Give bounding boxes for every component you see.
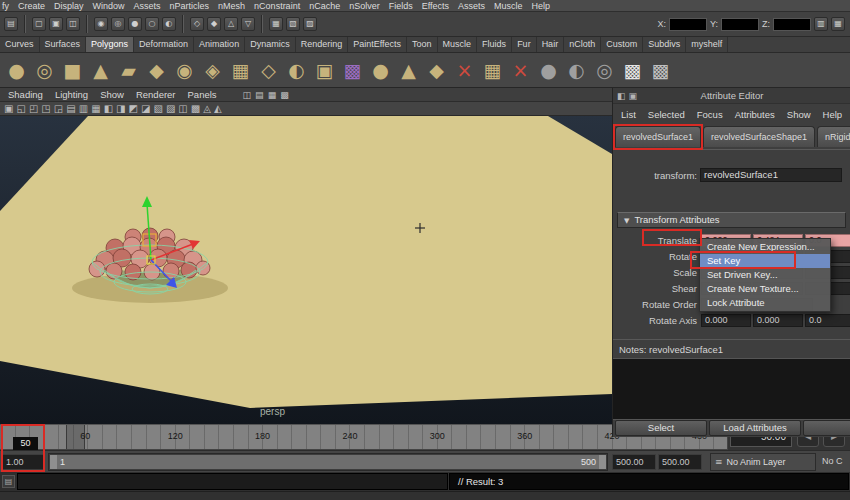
context-menu-set-key[interactable]: Set Key [700, 254, 830, 268]
viewport-toolbar-icon[interactable]: ◬ [203, 103, 211, 114]
menu-fields[interactable]: Fields [389, 1, 413, 11]
menu-create[interactable]: Create [18, 1, 45, 11]
ae-title-icon[interactable]: ▣ [629, 90, 638, 102]
shelf-cone-icon[interactable]: ▲ [87, 55, 114, 85]
viewport-toolbar-icon[interactable]: ▥ [79, 103, 88, 114]
shelf-platonic-icon[interactable]: ◈ [199, 55, 226, 85]
shelf-tab-deformation[interactable]: Deformation [134, 37, 194, 52]
shelf-soccer-icon[interactable]: ● [367, 55, 394, 85]
viewport-toolbar-icon[interactable]: ▩ [191, 103, 200, 114]
shelf-uv-checker-icon[interactable]: ▩ [619, 55, 646, 85]
context-menu-lock-attribute[interactable]: Lock Attribute [700, 296, 830, 310]
ae-menu-list[interactable]: List [621, 109, 636, 120]
menu-window[interactable]: Window [93, 1, 125, 11]
range-slider-handle[interactable]: 1 500 [50, 455, 606, 469]
panel-layout-icon[interactable]: ▦ [268, 90, 277, 100]
shelf-tab-subdivs[interactable]: Subdivs [643, 37, 686, 52]
shelf-average-icon[interactable]: ◐ [563, 55, 590, 85]
shelf-helix-icon[interactable]: ◇ [255, 55, 282, 85]
viewport-toolbar-icon[interactable]: ◳ [41, 103, 50, 114]
menu-nparticles[interactable]: nParticles [170, 1, 210, 11]
status-icon[interactable]: ◇ [190, 17, 204, 31]
status-icon[interactable]: ▢ [32, 17, 46, 31]
status-icon[interactable]: ◫ [66, 17, 80, 31]
notes-textarea[interactable] [613, 358, 850, 420]
shelf-tab-muscle[interactable]: Muscle [438, 37, 478, 52]
menu-help[interactable]: Help [532, 1, 551, 11]
status-icon[interactable]: ▤ [4, 17, 18, 31]
viewport-toolbar-icon[interactable]: ▧ [153, 103, 162, 114]
ae-button-3[interactable] [803, 420, 850, 436]
status-icon[interactable]: ◐ [162, 17, 176, 31]
shelf-prism-icon[interactable]: ◆ [143, 55, 170, 85]
ae-tab-revolvedsurfaceshape1[interactable]: revolvedSurfaceShape1 [703, 126, 815, 147]
shelf-half-sphere-icon[interactable]: ◐ [283, 55, 310, 85]
shelf-tab-rendering[interactable]: Rendering [296, 37, 349, 52]
ae-menu-selected[interactable]: Selected [648, 109, 685, 120]
ae-menu-help[interactable]: Help [823, 109, 843, 120]
status-icon[interactable]: ▧ [286, 17, 300, 31]
shelf-torus-icon[interactable]: ◎ [31, 55, 58, 85]
shelf-subdiv-icon[interactable]: ▦ [227, 55, 254, 85]
status-icon[interactable]: ▦ [831, 17, 845, 31]
shelf-tab-myshelf[interactable]: myshelf [686, 37, 728, 52]
menu-display[interactable]: Display [54, 1, 84, 11]
status-icon[interactable]: ▦ [269, 17, 283, 31]
ae-menu-show[interactable]: Show [787, 109, 811, 120]
context-menu-create-new-expression-[interactable]: Create New Expression... [700, 240, 830, 254]
anim-layer-dropdown[interactable]: ≡ No Anim Layer [710, 453, 816, 471]
shelf-tab-animation[interactable]: Animation [194, 37, 245, 52]
viewport-toolbar-icon[interactable]: ▣ [4, 103, 13, 114]
viewport-toolbar-icon[interactable]: ▦ [91, 103, 100, 114]
shelf-uv-grid-icon[interactable]: ▩ [647, 55, 674, 85]
panel-menu-lighting[interactable]: Lighting [55, 89, 88, 100]
viewport-toolbar-icon[interactable]: ◭ [214, 103, 222, 114]
shelf-delete-face-icon[interactable]: × [507, 55, 534, 85]
shelf-tab-custom[interactable]: Custom [601, 37, 643, 52]
panel-layout-icon[interactable]: ▩ [280, 90, 289, 100]
transform-attributes-header[interactable]: ▼Transform Attributes [617, 212, 846, 228]
shelf-tab-ncloth[interactable]: nCloth [564, 37, 601, 52]
viewport-toolbar-icon[interactable]: ◱ [16, 103, 25, 114]
playback-end-field[interactable]: 500.00 [612, 454, 656, 470]
status-icon[interactable]: △ [224, 17, 238, 31]
shelf-delete-edge-icon[interactable]: × [451, 55, 478, 85]
range-slider[interactable]: 1 500 [48, 453, 608, 471]
shelf-tab-surfaces[interactable]: Surfaces [40, 37, 87, 52]
viewport-toolbar-icon[interactable]: ◪ [141, 103, 150, 114]
status-icon[interactable]: ◎ [111, 17, 125, 31]
shelf-tab-curves[interactable]: Curves [0, 37, 40, 52]
ae-button-load-attributes[interactable]: Load Attributes [709, 420, 801, 436]
panel-layout-icon[interactable]: ◫ [243, 90, 252, 100]
status-icon[interactable]: ▽ [241, 17, 255, 31]
menu-nmesh[interactable]: nMesh [218, 1, 245, 11]
ae-title-icon[interactable]: ◧ [617, 90, 626, 102]
panel-layout-icon[interactable]: ▤ [255, 90, 264, 100]
attr-field[interactable]: 0.0 [805, 314, 850, 327]
panel-menu-renderer[interactable]: Renderer [136, 89, 176, 100]
context-menu-set-driven-key-[interactable]: Set Driven Key... [700, 268, 830, 282]
shelf-tab-toon[interactable]: Toon [407, 37, 438, 52]
shelf-smooth-icon[interactable]: ● [535, 55, 562, 85]
shelf-combine-icon[interactable]: ▦ [479, 55, 506, 85]
shelf-tab-polygons[interactable]: Polygons [86, 37, 134, 52]
ae-menu-focus[interactable]: Focus [697, 109, 723, 120]
menu-nconstraint[interactable]: nConstraint [254, 1, 300, 11]
viewport-toolbar-icon[interactable]: ◧ [104, 103, 113, 114]
viewport-toolbar-icon[interactable]: ◰ [29, 103, 38, 114]
mel-script-icon[interactable]: ▤ [2, 475, 15, 488]
y-input[interactable] [721, 18, 759, 31]
shelf-plane-icon[interactable]: ▰ [115, 55, 142, 85]
shelf-cube-icon[interactable]: ■ [59, 55, 86, 85]
ae-tab-nrigidshape1[interactable]: nRigidShape1 [817, 126, 850, 147]
shelf-sphere-icon[interactable]: ● [3, 55, 30, 85]
panel-menu-shading[interactable]: Shading [8, 89, 43, 100]
shelf-tab-hair[interactable]: Hair [537, 37, 565, 52]
context-menu-create-new-texture-[interactable]: Create New Texture... [700, 282, 830, 296]
viewport-toolbar-icon[interactable]: ▨ [166, 103, 175, 114]
panel-menu-panels[interactable]: Panels [188, 89, 217, 100]
viewport-toolbar-icon[interactable]: ◩ [129, 103, 138, 114]
viewport-toolbar-icon[interactable]: ◫ [178, 103, 187, 114]
menu-assets[interactable]: Assets [134, 1, 161, 11]
z-input[interactable] [773, 18, 811, 31]
